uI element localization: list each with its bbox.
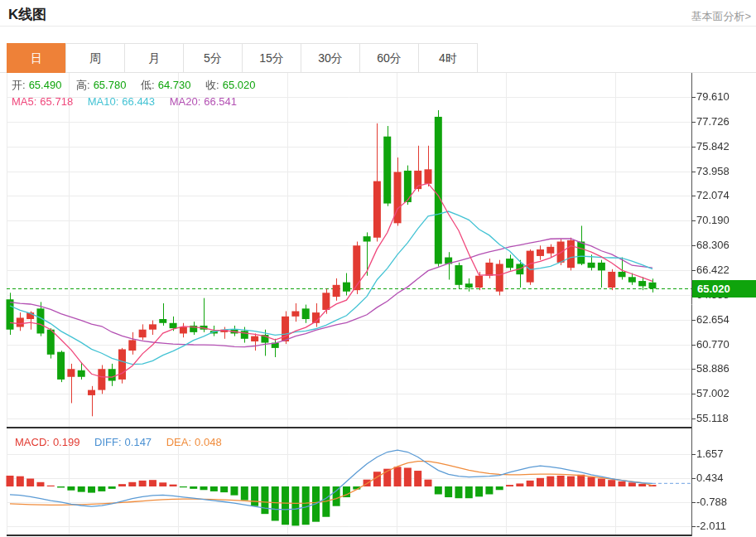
- y-tick-label: 60.770: [696, 338, 730, 351]
- y-tick-label: -0.788: [696, 496, 727, 508]
- tab-item[interactable]: 月: [124, 43, 184, 73]
- y-tick-label: 75.842: [696, 140, 730, 152]
- fundamental-analysis-link[interactable]: 基本面分析>: [691, 9, 751, 24]
- ohlc-readout: 开:65.490 高:65.780 低:64.730 收:65.020: [12, 78, 258, 93]
- tab-item[interactable]: 4时: [418, 43, 478, 73]
- ma20-label: MA20:: [170, 95, 201, 108]
- y-tick-label: 68.306: [696, 239, 730, 251]
- low-label: 低:: [141, 79, 155, 91]
- ma5-value: 65.718: [40, 95, 73, 108]
- y-tick-label: 72.074: [696, 189, 730, 201]
- period-tabs: 日周月5分15分30分60分4时: [7, 43, 478, 73]
- kline-page: K线图 基本面分析> 日周月5分15分30分60分4时 开:65.490 高:6…: [0, 0, 756, 537]
- diff-label: DIFF:: [94, 436, 122, 448]
- page-header: K线图 基本面分析>: [0, 0, 756, 27]
- page-title: K线图: [8, 5, 46, 24]
- y-tick-label: 77.726: [696, 115, 730, 128]
- ma10-value: 66.443: [122, 95, 155, 108]
- tab-item[interactable]: 日: [7, 43, 66, 73]
- dea-value: 0.048: [195, 436, 222, 448]
- macd-label: MACD:: [15, 436, 50, 448]
- y-tick-label: 0.434: [696, 472, 724, 484]
- tab-item[interactable]: 15分: [242, 43, 301, 73]
- high-value: 65.780: [94, 79, 127, 91]
- y-tick-label: 73.958: [696, 165, 730, 177]
- tab-item[interactable]: 60分: [359, 43, 419, 73]
- ma5-label: MA5:: [12, 95, 36, 108]
- y-tick-label: 79.610: [696, 90, 730, 103]
- close-value: 65.020: [223, 79, 256, 91]
- ma20-value: 66.541: [204, 95, 237, 108]
- diff-value: 0.147: [125, 436, 152, 448]
- y-tick-label: 70.190: [696, 214, 730, 226]
- current-price-tag: 65.020: [692, 280, 756, 298]
- y-tick-label: 57.002: [696, 387, 730, 399]
- ma-readout: MA5:65.718 MA10:66.443 MA20:66.541: [12, 95, 240, 108]
- ma10-label: MA10:: [88, 95, 119, 108]
- y-tick-label: 62.654: [696, 313, 730, 326]
- y-tick-label: -2.011: [696, 520, 726, 532]
- low-value: 64.730: [158, 79, 191, 91]
- y-tick-label: 58.886: [696, 362, 730, 375]
- macd-value: 0.199: [53, 436, 80, 448]
- y-tick-label: 66.422: [696, 264, 730, 276]
- y-tick-label: 1.657: [696, 448, 724, 460]
- y-tick-label: 55.118: [696, 412, 729, 424]
- tab-item[interactable]: 30分: [301, 43, 360, 73]
- high-label: 高:: [76, 79, 90, 91]
- close-label: 收:: [205, 79, 219, 91]
- tab-item[interactable]: 周: [65, 43, 125, 73]
- tab-item[interactable]: 5分: [183, 43, 243, 73]
- dea-label: DEA:: [166, 436, 191, 448]
- open-value: 65.490: [29, 79, 62, 91]
- open-label: 开:: [12, 79, 26, 91]
- macd-readout: MACD:0.199 DIFF:0.147 DEA:0.048: [15, 436, 225, 448]
